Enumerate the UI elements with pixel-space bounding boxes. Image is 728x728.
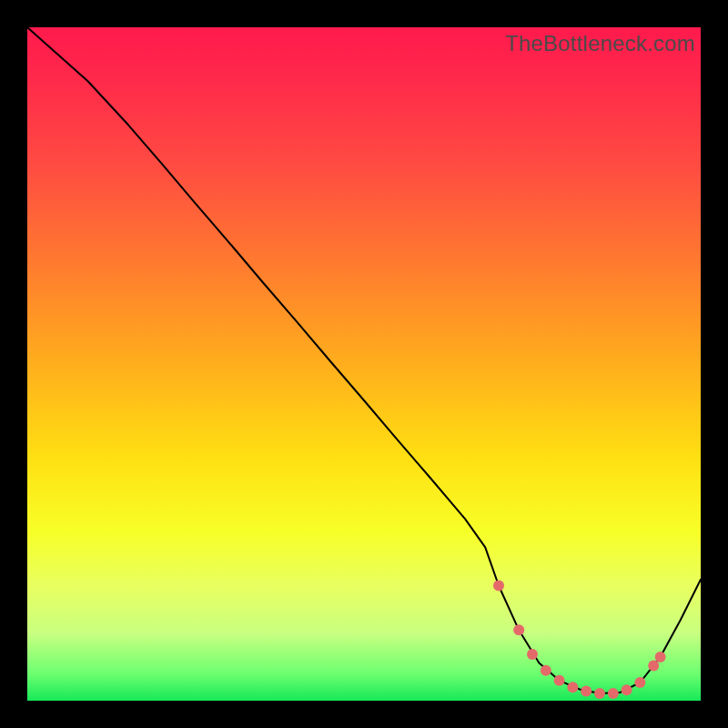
bottleneck-curve-line [27, 27, 701, 693]
highlight-dot [634, 677, 645, 688]
plot-area: TheBottleneck.com [27, 27, 701, 701]
highlight-dot [655, 652, 666, 662]
highlight-dot [493, 581, 504, 592]
highlight-dot [581, 686, 592, 697]
chart-svg [27, 27, 701, 701]
highlight-dot [541, 665, 551, 676]
highlight-dot [513, 624, 524, 635]
highlight-dot [608, 688, 619, 699]
highlight-dot [594, 688, 605, 699]
chart-frame: TheBottleneck.com [27, 27, 701, 701]
highlight-dot [554, 675, 565, 686]
highlight-dot [622, 684, 632, 695]
highlight-dot [527, 649, 538, 660]
highlight-dots-group [493, 581, 666, 699]
highlight-dot [648, 661, 659, 672]
highlight-dot [567, 682, 578, 693]
